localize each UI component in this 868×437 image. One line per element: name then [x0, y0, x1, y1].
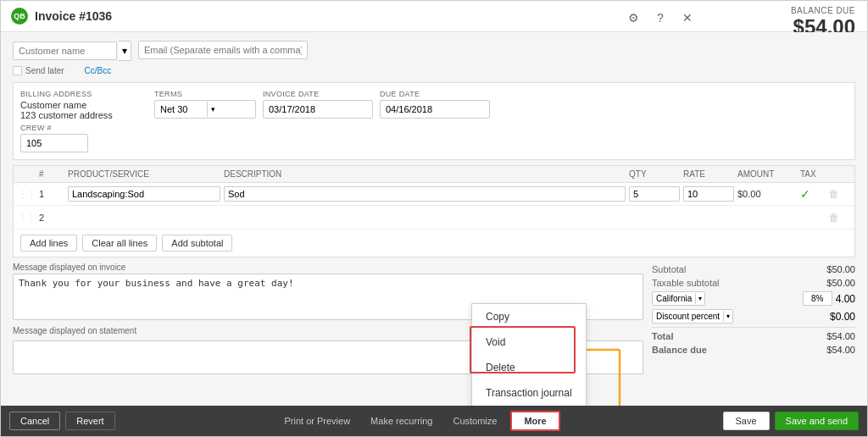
row-drag-handle[interactable]: ⋮⋮ [19, 190, 36, 199]
billing-address-field: Billing address Customer name 123 custom… [20, 90, 147, 120]
billing-address-line2: 123 customer address [20, 110, 147, 120]
crew-section: Crew # [20, 124, 848, 152]
row-rate-input[interactable] [683, 186, 734, 202]
total-value: $54.00 [826, 331, 855, 341]
invoice-date-label: Invoice date [263, 90, 373, 98]
header-left: QB Invoice #1036 [11, 8, 112, 25]
table-row: ⋮⋮ 2 🗑 [14, 206, 854, 230]
discount-value: $0.00 [830, 311, 855, 323]
balance-due-label: BALANCE DUE [765, 6, 855, 15]
discount-row: Discount percent ▾ $0.00 [652, 307, 855, 325]
copy-menu-item[interactable]: Copy [472, 304, 586, 329]
print-preview-button[interactable]: Print or Preview [277, 412, 357, 429]
billing-address-label: Billing address [20, 90, 147, 98]
row-delete-icon[interactable]: 🗑 [829, 188, 849, 200]
more-button[interactable]: More [510, 411, 559, 431]
table-actions: Add lines Clear all lines Add subtotal [14, 230, 854, 257]
customer-dropdown-icon[interactable]: ▾ [119, 41, 131, 61]
terms-select[interactable]: Net 30 ▾ [154, 100, 256, 119]
table-header: # PRODUCT/SERVICE DESCRIPTION QTY RATE A… [14, 166, 854, 183]
discount-dropdown-icon[interactable]: ▾ [723, 311, 732, 322]
col-desc: DESCRIPTION [224, 169, 626, 179]
product-table: # PRODUCT/SERVICE DESCRIPTION QTY RATE A… [13, 165, 855, 257]
cancel-button[interactable]: Cancel [9, 412, 60, 430]
taxable-value: $50.00 [826, 278, 855, 288]
row-num: 2 [39, 213, 64, 223]
balance-label: Balance due [652, 345, 707, 355]
balance-value: $54.00 [826, 345, 855, 355]
revert-button[interactable]: Revert [65, 412, 114, 430]
table-row: ⋮⋮ 1 $0.00 ✓ 🗑 [14, 183, 854, 206]
add-lines-button[interactable]: Add lines [20, 235, 77, 252]
send-later-checkbox[interactable] [13, 66, 22, 75]
terms-value: Net 30 [155, 101, 207, 118]
col-qty: QTY [629, 169, 680, 179]
col-tax: TAX [800, 169, 826, 179]
row-qty-input[interactable] [629, 186, 680, 202]
taxable-label: Taxable subtotal [652, 278, 720, 288]
void-menu-item[interactable]: Void [472, 329, 586, 355]
subtotal-row: Subtotal $50.00 [652, 263, 855, 276]
terms-field: Terms Net 30 ▾ [154, 90, 256, 119]
col-product: PRODUCT/SERVICE [68, 169, 220, 179]
customize-button[interactable]: Customize [446, 412, 504, 429]
balance-due-row: Balance due $54.00 [652, 343, 855, 357]
send-later-row: Send later Cc/Bcc [13, 66, 855, 75]
page-title: Invoice #1036 [35, 9, 112, 23]
row-amount: $0.00 [737, 189, 797, 199]
row-delete-icon[interactable]: 🗑 [829, 212, 849, 224]
row-desc-input[interactable] [224, 186, 626, 202]
crew-input[interactable] [20, 134, 88, 152]
col-rate: RATE [683, 169, 734, 179]
make-recurring-button[interactable]: Make recurring [364, 412, 439, 429]
row-num: 1 [39, 189, 64, 199]
crew-label: Crew # [20, 124, 848, 132]
tax-amount-value: 4.00 [836, 293, 855, 305]
customer-row: ▾ [13, 41, 855, 61]
subtotal-value: $50.00 [826, 264, 855, 274]
footer: Cancel Revert Print or Preview Make recu… [1, 406, 867, 436]
tax-location-dropdown-icon[interactable]: ▾ [695, 293, 704, 304]
header: QB Invoice #1036 BALANCE DUE $54.00 Rece… [1, 1, 867, 32]
app-icon: QB [11, 8, 28, 25]
settings-icon[interactable]: ⚙ [623, 8, 643, 28]
invoice-message-label: Message displayed on invoice [13, 263, 643, 272]
customer-select: ▾ [13, 41, 131, 61]
save-and-send-button[interactable]: Save and send [775, 412, 859, 430]
total-row: Total $54.00 [652, 329, 855, 343]
summary-divider [652, 327, 855, 328]
row-drag-handle[interactable]: ⋮⋮ [19, 213, 36, 222]
tax-location-value: California [653, 292, 695, 305]
row-tax-check[interactable]: ✓ [800, 187, 826, 201]
help-icon[interactable]: ? [650, 8, 670, 28]
footer-center-actions: Print or Preview Make recurring Customiz… [277, 411, 559, 431]
due-date-label: Due date [380, 90, 490, 98]
save-button[interactable]: Save [723, 412, 770, 430]
bottom-form: Message displayed on invoice Thank you f… [13, 263, 855, 377]
transaction-journal-menu-item[interactable]: Transaction journal [472, 380, 586, 406]
clear-all-button[interactable]: Clear all lines [82, 235, 157, 252]
add-subtotal-button[interactable]: Add subtotal [162, 235, 232, 252]
cc-bcc-link[interactable]: Cc/Bcc [85, 66, 112, 75]
tax-percent-group: 4.00 [803, 291, 855, 306]
billing-address-line1: Customer name [20, 100, 147, 110]
tax-location-select[interactable]: California ▾ [652, 291, 705, 306]
close-icon[interactable]: ✕ [677, 8, 698, 28]
invoice-date-input[interactable] [263, 100, 373, 119]
summary-section: Subtotal $50.00 Taxable subtotal $50.00 … [652, 263, 855, 377]
invoice-date-field: Invoice date [263, 90, 373, 119]
tax-percent-input[interactable] [803, 291, 832, 306]
discount-label: Discount percent [653, 310, 723, 323]
due-date-field: Due date [380, 90, 490, 119]
terms-dropdown-icon[interactable]: ▾ [207, 102, 256, 117]
send-later-label: Send later [25, 66, 64, 75]
discount-select[interactable]: Discount percent ▾ [652, 309, 733, 324]
terms-label: Terms [154, 90, 256, 98]
billing-section: Billing address Customer name 123 custom… [13, 82, 855, 160]
row-product-input[interactable] [68, 186, 220, 202]
delete-menu-item[interactable]: Delete [472, 355, 586, 380]
due-date-input[interactable] [380, 100, 490, 119]
email-input[interactable] [138, 41, 308, 59]
col-amount: AMOUNT [737, 169, 797, 179]
customer-input[interactable] [13, 41, 117, 60]
